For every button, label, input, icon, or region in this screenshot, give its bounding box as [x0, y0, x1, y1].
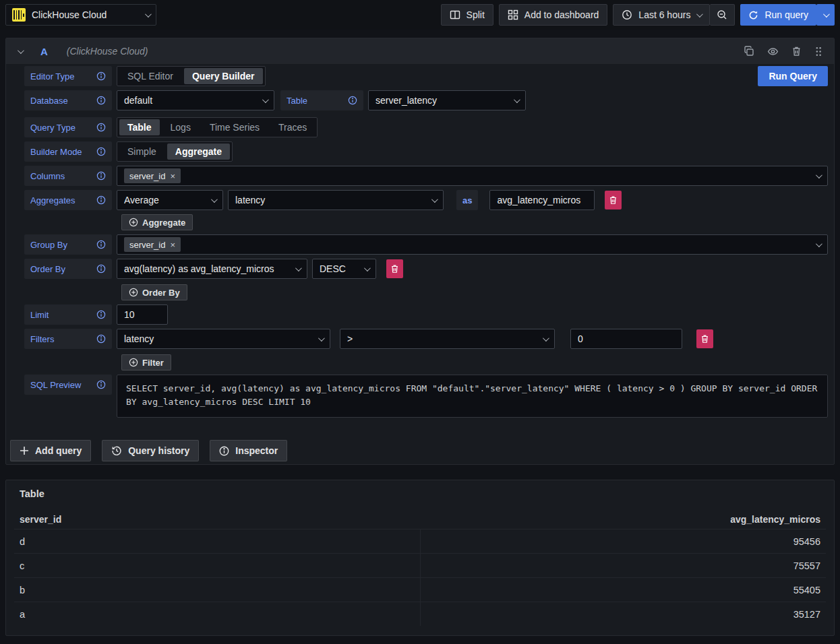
builder-mode-aggregate[interactable]: Aggregate	[167, 143, 230, 160]
remove-chip-icon[interactable]: ×	[170, 172, 175, 181]
add-order-by-button[interactable]: Order By	[121, 284, 187, 300]
aggregate-function-select[interactable]: Average	[117, 190, 223, 210]
add-aggregate-button[interactable]: Aggregate	[121, 214, 193, 230]
cell-server-id: d	[14, 529, 421, 553]
table-select[interactable]: server_latency	[368, 90, 526, 110]
datasource-picker[interactable]: ClickHouse Cloud	[5, 4, 156, 26]
columns-multiselect[interactable]: server_id ×	[117, 166, 828, 186]
explore-toolbar: ClickHouse Cloud Split Add to dashboard	[0, 0, 840, 30]
info-circle-icon[interactable]	[96, 123, 106, 132]
query-type-time-series[interactable]: Time Series	[202, 119, 268, 135]
add-to-dashboard-button[interactable]: Add to dashboard	[499, 4, 608, 26]
add-to-dashboard-label: Add to dashboard	[524, 9, 599, 20]
info-circle-icon	[219, 446, 229, 456]
builder-mode-simple[interactable]: Simple	[119, 143, 164, 160]
info-circle-icon[interactable]	[96, 380, 106, 389]
group-by-chip: server_id ×	[124, 237, 181, 252]
filter-column-select[interactable]: latency	[117, 329, 330, 349]
table-row[interactable]: a 35127	[14, 602, 826, 626]
run-query-dropdown-button[interactable]	[816, 4, 835, 26]
add-query-button[interactable]: Add query	[10, 440, 91, 461]
plus-icon	[20, 446, 29, 455]
order-by-expr-select[interactable]: avg(latency) as avg_latency_micros	[117, 259, 307, 279]
info-circle-icon[interactable]	[96, 171, 106, 181]
results-table-header: server_id avg_latency_micros	[14, 510, 826, 529]
inspector-button[interactable]: Inspector	[210, 440, 287, 461]
info-circle-icon[interactable]	[96, 96, 106, 105]
editor-type-query-builder[interactable]: Query Builder	[184, 68, 263, 84]
editor-type-label: Editor Type	[24, 66, 112, 86]
remove-filter-button[interactable]	[696, 329, 713, 348]
cell-server-id: a	[14, 602, 421, 626]
info-circle-icon[interactable]	[348, 96, 357, 105]
zoom-out-time-button[interactable]	[710, 4, 735, 26]
time-range-label: Last 6 hours	[638, 9, 690, 20]
chevron-down-icon	[816, 172, 822, 179]
chevron-down-icon	[318, 335, 325, 342]
info-circle-icon[interactable]	[96, 71, 106, 81]
filter-value-input[interactable]	[570, 329, 682, 349]
sync-icon	[748, 10, 758, 20]
chevron-down-icon	[696, 11, 703, 18]
order-by-direction-select[interactable]: DESC	[312, 259, 376, 279]
filter-operator-select[interactable]: >	[340, 329, 555, 349]
split-columns-icon	[450, 9, 460, 20]
remove-chip-icon[interactable]: ×	[170, 240, 175, 249]
table-label: Table	[280, 90, 363, 110]
plus-circle-icon	[129, 218, 138, 227]
remove-query-trash-icon[interactable]	[791, 46, 802, 57]
clickhouse-logo-icon	[12, 8, 26, 22]
order-by-label: Order By	[24, 259, 112, 279]
aggregate-alias-input[interactable]	[489, 190, 595, 210]
hide-response-eye-icon[interactable]	[767, 46, 779, 57]
query-history-button[interactable]: Query history	[102, 440, 199, 461]
editor-type-toggle: SQL Editor Query Builder	[117, 66, 266, 86]
editor-type-sql-editor[interactable]: SQL Editor	[119, 68, 181, 84]
limit-label: Limit	[24, 304, 112, 325]
info-circle-icon[interactable]	[96, 310, 106, 319]
limit-input[interactable]	[117, 304, 168, 325]
group-by-multiselect[interactable]: server_id ×	[117, 234, 828, 255]
chevron-down-icon	[543, 335, 549, 342]
column-header-avg-latency[interactable]: avg_latency_micros	[420, 514, 820, 525]
table-row[interactable]: b 55405	[14, 577, 826, 602]
copy-query-icon[interactable]	[744, 46, 754, 57]
table-row[interactable]: c 75557	[14, 553, 826, 577]
add-filter-button[interactable]: Filter	[121, 354, 171, 371]
remove-aggregate-button[interactable]	[605, 191, 622, 210]
aggregate-column-select[interactable]: latency	[228, 190, 444, 210]
run-query-button[interactable]: Run query	[740, 4, 816, 26]
drag-grip-icon[interactable]	[814, 46, 822, 57]
cell-server-id: c	[14, 554, 421, 577]
info-circle-icon[interactable]	[96, 195, 106, 205]
query-type-traces[interactable]: Traces	[270, 119, 315, 135]
chevron-down-icon	[431, 196, 438, 203]
remove-order-by-button[interactable]	[386, 259, 403, 278]
collapse-chevron-icon[interactable]	[18, 47, 24, 54]
info-circle-icon[interactable]	[96, 147, 106, 156]
chevron-down-icon	[364, 265, 371, 271]
run-query-editor-button[interactable]: Run Query	[758, 66, 828, 86]
query-type-label: Query Type	[24, 117, 112, 137]
time-range-button[interactable]: Last 6 hours	[613, 4, 710, 26]
query-type-table[interactable]: Table	[119, 119, 160, 135]
query-type-logs[interactable]: Logs	[162, 119, 199, 135]
plus-circle-icon	[129, 358, 138, 367]
table-row[interactable]: d 95456	[14, 529, 826, 553]
chevron-down-icon	[823, 11, 830, 18]
chevron-down-icon	[145, 11, 152, 18]
database-select[interactable]: default	[117, 90, 274, 110]
results-table-panel: Table server_id avg_latency_micros d 954…	[5, 480, 835, 636]
info-circle-icon[interactable]	[96, 264, 106, 273]
chevron-down-icon	[262, 96, 269, 103]
time-picker-group: Last 6 hours	[613, 4, 735, 26]
builder-mode-label: Builder Mode	[24, 141, 112, 162]
query-row-header[interactable]: A (ClickHouse Cloud)	[6, 38, 834, 64]
split-button[interactable]: Split	[441, 4, 493, 26]
column-header-server-id[interactable]: server_id	[20, 514, 420, 525]
run-query-split-button: Run query	[740, 4, 835, 26]
info-circle-icon[interactable]	[96, 334, 106, 344]
info-circle-icon[interactable]	[96, 240, 106, 249]
datasource-name: ClickHouse Cloud	[32, 9, 139, 20]
cell-avg-latency: 55405	[421, 578, 827, 602]
